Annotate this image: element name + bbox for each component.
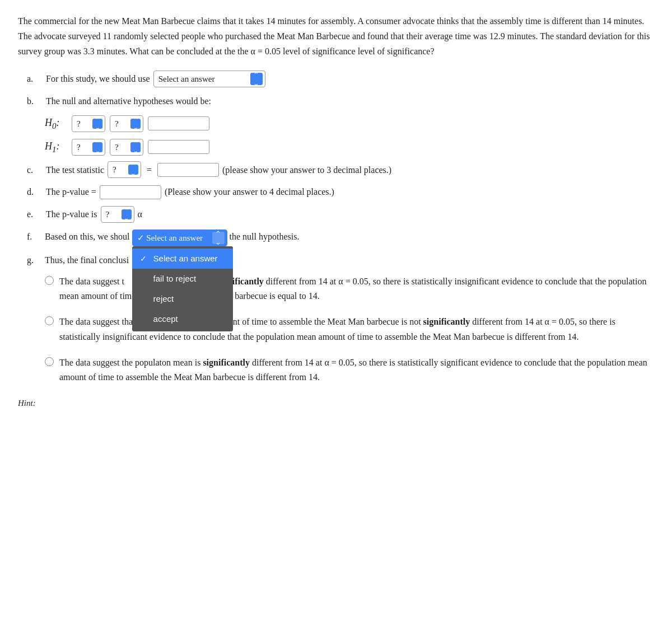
questions-container: a. For this study, we should use Select … — [27, 71, 654, 385]
question-g-label: g. — [27, 253, 43, 268]
question-e-chevron[interactable]: ⌃⌄ — [122, 209, 132, 219]
question-f-label: f. — [27, 230, 43, 244]
h1-row: H1: ? ⌃⌄ ? ⌃⌄ — [45, 138, 654, 156]
dropdown-item-accept-label: accept — [153, 312, 178, 326]
question-d-input[interactable] — [100, 185, 161, 199]
dropdown-item-reject-label: reject — [153, 292, 174, 306]
question-e-select[interactable]: ? ⌃⌄ — [101, 206, 134, 223]
question-f: f. Based on this, we shoul ✓ Select an a… — [27, 230, 654, 246]
question-d: d. The p-value = (Please show your answe… — [27, 185, 654, 199]
question-e-alpha: α — [138, 207, 142, 222]
h1-select1[interactable]: ? ⌃⌄ — [72, 139, 105, 156]
question-f-text-before: Based on this, we shoul — [45, 230, 130, 244]
question-c-label: c. — [27, 163, 43, 177]
question-f-dropdown-menu: ✓ Select an answer fail to reject reject… — [132, 246, 233, 331]
question-a-chevron[interactable]: ⌃⌄ — [250, 73, 263, 85]
question-c: c. The test statistic ? ⌃⌄ = (please sho… — [27, 161, 654, 178]
radio-circle-2[interactable] — [45, 316, 54, 325]
question-b-label: b. — [27, 94, 43, 109]
question-a-select[interactable]: Select an answer ⌃⌄ — [153, 71, 265, 87]
h1-select2[interactable]: ? ⌃⌄ — [110, 139, 143, 156]
dropdown-item-select-answer-label: Select an answer — [153, 252, 218, 265]
question-g: g. Thus, the final conclusi — [27, 253, 654, 268]
radio-text-3: The data suggest the populaton mean is s… — [59, 355, 654, 385]
h0-select2-text: ? — [115, 117, 128, 130]
hint-label: Hint: — [18, 399, 36, 408]
question-c-input[interactable] — [157, 163, 219, 177]
intro-paragraph: The commercial for the new Meat Man Barb… — [18, 13, 654, 59]
h1-label: H1: — [45, 138, 67, 156]
question-d-hint: (Please show your answer to 4 decimal pl… — [165, 185, 334, 199]
question-b: b. The null and alternative hypotheses w… — [27, 94, 654, 109]
question-f-text-after: the null hypothesis. — [230, 230, 300, 244]
question-f-select[interactable]: ✓ Select an answer ⌃⌄ — [132, 230, 227, 246]
h0-select1[interactable]: ? ⌃⌄ — [72, 115, 105, 132]
question-d-text: The p-value = — [46, 185, 96, 199]
question-f-select-text: ✓ Select an answer — [137, 231, 210, 245]
checkmark-icon: ✓ — [140, 252, 149, 265]
question-b-text: The null and alternative hypotheses woul… — [46, 94, 211, 109]
h1-select2-text: ? — [115, 141, 128, 154]
question-c-hint: (please show your answer to 3 decimal pl… — [222, 163, 391, 177]
radio-circle-3[interactable] — [45, 357, 54, 366]
question-f-chevron[interactable]: ⌃⌄ — [212, 232, 225, 244]
question-a-text: For this study, we should use — [46, 72, 150, 86]
question-g-text: Thus, the final conclusi — [45, 253, 129, 268]
hint-section: Hint: — [18, 396, 654, 410]
question-e-label: e. — [27, 207, 43, 222]
question-d-label: d. — [27, 185, 43, 199]
dropdown-item-select-answer[interactable]: ✓ Select an answer — [132, 249, 233, 269]
question-e-text: The p-value is — [46, 207, 97, 222]
question-c-select[interactable]: ? ⌃⌄ — [108, 161, 141, 178]
h0-select2-chevron[interactable]: ⌃⌄ — [130, 119, 141, 129]
dropdown-item-reject[interactable]: reject — [132, 289, 233, 309]
h1-value-input[interactable] — [148, 140, 209, 154]
h0-label: H0: — [45, 115, 67, 133]
h0-select2[interactable]: ? ⌃⌄ — [110, 115, 143, 132]
question-a: a. For this study, we should use Select … — [27, 71, 654, 87]
h0-select1-chevron[interactable]: ⌃⌄ — [92, 119, 102, 129]
question-f-dropdown-container: ✓ Select an answer ⌃⌄ ✓ Select an answer… — [132, 230, 227, 246]
dropdown-item-fail-to-reject-label: fail to reject — [153, 272, 197, 285]
h1-select1-chevron[interactable]: ⌃⌄ — [92, 142, 102, 152]
h1-select2-chevron[interactable]: ⌃⌄ — [130, 142, 141, 152]
question-c-chevron[interactable]: ⌃⌄ — [128, 165, 138, 175]
question-a-select-text: Select an answer — [158, 72, 248, 86]
h0-value-input[interactable] — [148, 116, 209, 130]
question-c-select-text: ? — [113, 163, 126, 176]
radio-circle-1[interactable] — [45, 276, 54, 285]
dropdown-item-fail-to-reject[interactable]: fail to reject — [132, 269, 233, 289]
question-e: e. The p-value is ? ⌃⌄ α — [27, 206, 654, 223]
question-a-label: a. — [27, 72, 43, 86]
question-e-select-text: ? — [106, 208, 119, 221]
question-c-equals: = — [147, 163, 152, 177]
question-c-text: The test statistic — [46, 163, 104, 177]
h0-select1-text: ? — [77, 117, 90, 130]
h1-select1-text: ? — [77, 141, 90, 154]
dropdown-item-accept[interactable]: accept — [132, 309, 233, 329]
h0-row: H0: ? ⌃⌄ ? ⌃⌄ — [45, 115, 654, 133]
radio-option-3: The data suggest the populaton mean is s… — [45, 355, 654, 385]
